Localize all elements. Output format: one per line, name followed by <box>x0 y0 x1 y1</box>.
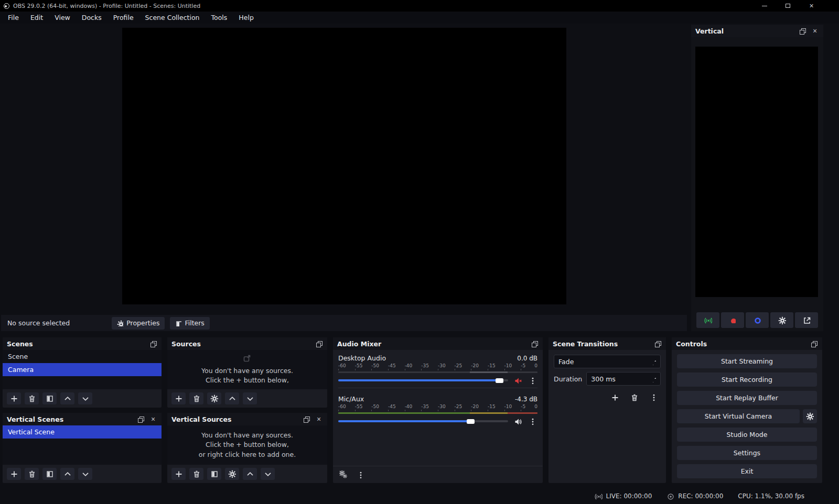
vertical-backtrack-button[interactable] <box>746 312 769 328</box>
move-scene-down-button[interactable] <box>78 392 92 404</box>
record-dot-icon <box>666 492 674 500</box>
tick-label: -35 <box>421 363 429 368</box>
tick-label: -15 <box>488 363 496 368</box>
channel-menu-button[interactable] <box>527 416 537 426</box>
menu-docks[interactable]: Docks <box>76 12 107 24</box>
popout-icon[interactable] <box>653 339 662 348</box>
scene-item-selected[interactable]: Vertical Scene <box>3 425 162 439</box>
scene-filters-button[interactable] <box>42 392 57 404</box>
source-properties-button[interactable] <box>207 392 221 404</box>
slider-handle[interactable] <box>467 419 475 424</box>
popout-icon[interactable] <box>149 339 157 348</box>
chevron-down-icon[interactable] <box>651 362 656 365</box>
popout-icon[interactable] <box>530 339 539 348</box>
vertical-sources-empty-state[interactable]: You don't have any sources. Click the + … <box>167 425 327 465</box>
tick-label: -45 <box>388 363 396 368</box>
add-source-button[interactable] <box>171 468 186 480</box>
close-button[interactable]: × <box>800 0 823 12</box>
popout-icon[interactable] <box>315 339 323 348</box>
add-scene-button[interactable] <box>7 468 21 480</box>
chevron-down-icon[interactable] <box>651 379 656 382</box>
spin-arrows <box>651 376 656 382</box>
virtual-camera-settings-button[interactable] <box>803 409 817 423</box>
scene-filters-button[interactable] <box>42 468 57 480</box>
move-scene-up-button[interactable] <box>60 392 74 404</box>
source-properties-button[interactable] <box>225 468 239 480</box>
volume-slider[interactable] <box>338 378 508 383</box>
dock-close-icon[interactable]: × <box>811 27 819 35</box>
chevron-up-icon[interactable] <box>651 358 656 361</box>
volume-meter <box>338 412 537 414</box>
transition-menu-button[interactable] <box>647 391 660 403</box>
chevron-up-icon[interactable] <box>651 376 656 379</box>
filters-button[interactable]: Filters <box>170 317 209 330</box>
studio-mode-button[interactable]: Studio Mode <box>677 428 817 442</box>
menu-edit[interactable]: Edit <box>25 12 49 24</box>
duration-spinbox[interactable]: 300 ms <box>586 372 661 386</box>
channel-menu-button[interactable] <box>527 375 537 386</box>
add-transition-button[interactable] <box>608 391 621 403</box>
menu-scene-collection[interactable]: Scene Collection <box>139 12 206 24</box>
volume-slider[interactable] <box>338 419 508 424</box>
start-virtual-camera-button[interactable]: Start Virtual Camera <box>677 409 800 423</box>
empty-line: or right click here to add one. <box>199 450 296 459</box>
menu-view[interactable]: View <box>49 12 76 24</box>
vertical-sources-header: Vertical Sources × <box>167 413 327 425</box>
popout-icon[interactable] <box>302 415 310 423</box>
channel-name: Desktop Audio <box>338 354 386 362</box>
advanced-audio-button[interactable] <box>339 470 348 479</box>
minimize-button[interactable] <box>752 0 776 12</box>
sources-empty-state[interactable]: You don't have any sources. Click the + … <box>167 350 327 389</box>
scenes-list: Scene Camera <box>3 350 162 389</box>
maximize-button[interactable] <box>776 0 800 12</box>
menu-tools[interactable]: Tools <box>206 12 233 24</box>
move-source-down-button[interactable] <box>261 468 275 480</box>
vertical-settings-button[interactable] <box>770 312 793 328</box>
remove-source-button[interactable] <box>189 392 203 404</box>
add-source-button[interactable] <box>171 392 186 404</box>
move-scene-down-button[interactable] <box>78 468 92 480</box>
dock-close-icon[interactable]: × <box>315 415 323 423</box>
add-scene-button[interactable] <box>7 392 21 404</box>
minimize-icon <box>762 6 767 6</box>
popout-icon[interactable] <box>798 27 806 35</box>
dock-close-icon[interactable]: × <box>149 415 157 423</box>
sources-title: Sources <box>171 340 310 348</box>
menu-bar: File Edit View Docks Profile Scene Colle… <box>0 12 839 24</box>
menu-file[interactable]: File <box>2 12 25 24</box>
vertical-share-button[interactable] <box>795 312 818 328</box>
scene-item[interactable]: Scene <box>3 350 162 363</box>
vertical-stream-button[interactable] <box>696 312 719 328</box>
mute-button[interactable] <box>512 416 523 426</box>
start-streaming-button[interactable]: Start Streaming <box>677 354 817 368</box>
remove-source-button[interactable] <box>189 468 203 480</box>
trash-icon <box>28 470 36 478</box>
transition-select[interactable]: Fade <box>554 355 661 368</box>
popout-icon[interactable] <box>136 415 145 423</box>
settings-button[interactable]: Settings <box>677 446 817 460</box>
slider-handle[interactable] <box>496 378 503 383</box>
mixer-menu-button[interactable] <box>357 471 364 479</box>
remove-scene-button[interactable] <box>25 468 39 480</box>
move-source-up-button[interactable] <box>225 392 239 404</box>
remove-transition-button[interactable] <box>628 391 640 403</box>
menu-help[interactable]: Help <box>233 12 260 24</box>
move-source-up-button[interactable] <box>243 468 257 480</box>
program-preview[interactable] <box>122 28 566 304</box>
move-scene-up-button[interactable] <box>60 468 74 480</box>
exit-button[interactable]: Exit <box>677 464 817 478</box>
db-scale: -60-55-50-45-40-35-30-25-20-15-10-50 <box>338 363 537 368</box>
start-replay-buffer-button[interactable]: Start Replay Buffer <box>677 391 817 405</box>
vertical-preview[interactable] <box>695 47 818 297</box>
remove-scene-button[interactable] <box>25 392 39 404</box>
scene-item-selected[interactable]: Camera <box>3 363 162 376</box>
start-recording-button[interactable]: Start Recording <box>677 372 817 387</box>
move-source-down-button[interactable] <box>243 392 257 404</box>
vertical-record-button[interactable] <box>721 312 744 328</box>
mute-button[interactable] <box>512 375 523 386</box>
menu-profile[interactable]: Profile <box>107 12 139 24</box>
properties-button[interactable]: Properties <box>112 317 165 330</box>
popout-icon[interactable] <box>810 339 818 348</box>
source-filters-button[interactable] <box>207 468 221 480</box>
tick-label: -10 <box>504 363 512 368</box>
